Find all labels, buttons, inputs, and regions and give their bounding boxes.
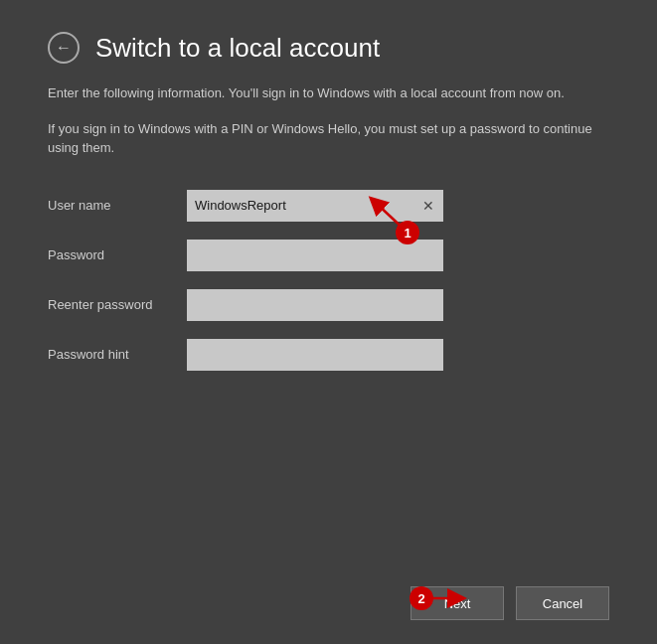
cancel-button[interactable]: Cancel [516, 586, 609, 620]
username-input-wrapper: ✕ [187, 190, 443, 222]
description-2: If you sign in to Windows with a PIN or … [48, 119, 609, 158]
reenter-label: Reenter password [48, 297, 187, 312]
back-icon: ← [56, 39, 72, 57]
description-1: Enter the following information. You'll … [48, 83, 609, 103]
page-title: Switch to a local account [95, 33, 380, 64]
username-row: User name ✕ [48, 190, 609, 222]
username-input[interactable] [187, 190, 443, 222]
page-container: ← Switch to a local account Enter the fo… [0, 0, 657, 644]
password-input-wrapper [187, 240, 443, 271]
form-section: User name ✕ Password Reenter password [48, 190, 609, 389]
reenter-row: Reenter password [48, 289, 609, 321]
password-label: Password [48, 247, 187, 262]
hint-label: Password hint [48, 347, 187, 362]
username-label: User name [48, 198, 187, 213]
hint-input[interactable] [187, 339, 443, 371]
footer: Next Cancel [48, 570, 609, 620]
password-input[interactable] [187, 240, 443, 271]
reenter-input[interactable] [187, 289, 443, 321]
hint-row: Password hint [48, 339, 609, 371]
password-row: Password [48, 240, 609, 271]
username-clear-button[interactable]: ✕ [419, 197, 437, 215]
reenter-input-wrapper [187, 289, 443, 321]
back-button[interactable]: ← [48, 32, 80, 64]
hint-input-wrapper [187, 339, 443, 371]
close-icon: ✕ [422, 198, 434, 214]
header: ← Switch to a local account [48, 32, 609, 64]
next-button[interactable]: Next [411, 586, 504, 620]
